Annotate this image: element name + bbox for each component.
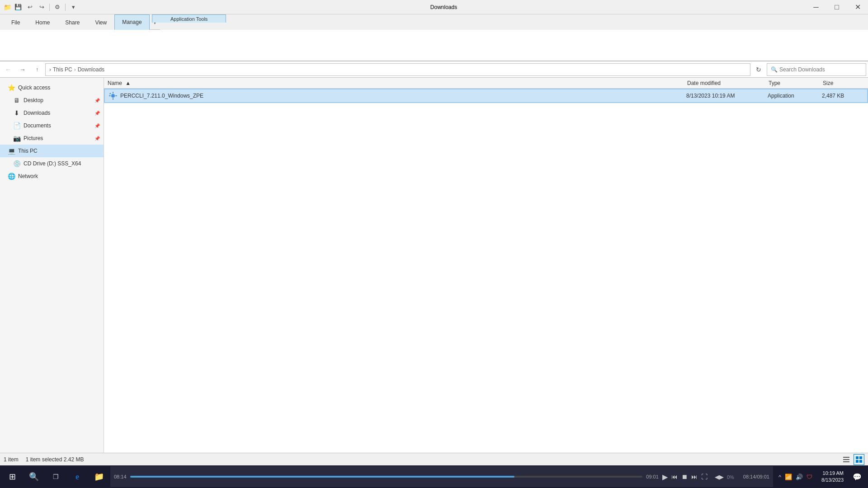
col-date[interactable]: Date modified — [685, 80, 767, 86]
tab-file[interactable]: File — [4, 14, 28, 30]
stop-button[interactable]: ⏹ — [681, 473, 688, 480]
search-taskbar-button[interactable]: 🔍 — [24, 466, 44, 487]
sidebar-label-quick-access: Quick access — [18, 84, 50, 91]
file-icon — [108, 91, 118, 100]
search-box[interactable]: 🔍 — [767, 63, 866, 76]
sidebar-item-network[interactable]: 🌐 Network — [0, 170, 104, 183]
tab-manage[interactable]: Manage — [114, 14, 149, 30]
volume-percent: 0% — [727, 474, 734, 480]
sidebar-label-this-pc: This PC — [18, 148, 38, 154]
media-progress-bar[interactable] — [130, 476, 643, 478]
sidebar-item-this-pc[interactable]: 💻 This PC — [0, 145, 104, 157]
selection-info: 1 item selected 2.42 MB — [26, 456, 84, 463]
content-area: Name ▲ Date modified Type Size — [104, 78, 868, 453]
volume-button[interactable]: ◀▶ — [715, 474, 724, 480]
sidebar-label-downloads: Downloads — [24, 110, 50, 116]
pin-icon-pictures: 📌 — [94, 136, 100, 141]
col-type[interactable]: Type — [767, 80, 821, 86]
notification-icon: 💬 — [853, 473, 862, 481]
start-button[interactable]: ⊞ — [2, 466, 23, 487]
forward-button[interactable]: → — [16, 63, 29, 76]
breadcrumb-arrow: › — [49, 66, 51, 73]
svg-rect-5 — [109, 93, 111, 94]
sidebar-label-desktop: Desktop — [24, 97, 43, 103]
svg-rect-8 — [843, 461, 849, 462]
media-current-time: 08:14/09:01 — [743, 474, 769, 479]
address-bar: ← → ↑ › This PC › Downloads ↻ 🔍 — [0, 61, 868, 78]
svg-rect-12 — [859, 460, 862, 463]
sort-icon: ▲ — [125, 80, 131, 86]
tab-home[interactable]: Home — [28, 14, 57, 30]
media-controls: ▶ ⏮ ⏹ ⏭ ⛶ — [662, 473, 708, 481]
tray-security-icon[interactable]: 🛡 — [806, 473, 813, 481]
sidebar-item-cd-drive[interactable]: 💿 CD Drive (D:) SSS_X64 — [0, 157, 104, 170]
col-size[interactable]: Size — [821, 80, 866, 86]
tray-expand-icon[interactable]: ^ — [778, 473, 782, 481]
tray-volume-icon[interactable]: 🔊 — [795, 473, 804, 481]
task-view-button[interactable]: ❐ — [45, 466, 66, 487]
explorer-button[interactable]: 📁 — [89, 466, 109, 487]
taskbar-search-icon: 🔍 — [29, 472, 39, 482]
explorer-icon: 📁 — [94, 472, 104, 482]
tab-share[interactable]: Share — [57, 14, 87, 30]
view-controls — [841, 454, 864, 465]
file-list-header: Name ▲ Date modified Type Size — [104, 78, 868, 89]
svg-rect-11 — [856, 460, 859, 463]
main-layout: ⭐ Quick access 🖥 Desktop 📌 ⬇ Downloads 📌… — [0, 78, 868, 453]
minimize-button[interactable]: ─ — [806, 0, 826, 14]
taskbar: ⊞ 🔍 ❐ e 📁 08:14 09:01 ▶ ⏮ ⏹ ⏭ ⛶ ◀▶ 0% 08… — [0, 465, 868, 488]
quick-access-icon: ⭐ — [7, 84, 15, 91]
ribbon-content — [0, 30, 868, 61]
sidebar-item-pictures[interactable]: 📷 Pictures 📌 — [0, 132, 104, 145]
sidebar-item-quick-access[interactable]: ⭐ Quick access — [0, 81, 104, 94]
start-icon: ⊞ — [9, 472, 16, 482]
sidebar-item-desktop[interactable]: 🖥 Desktop 📌 — [0, 94, 104, 107]
sidebar-item-documents[interactable]: 📄 Documents 📌 — [0, 119, 104, 132]
pin-icon-documents: 📌 — [94, 123, 100, 128]
task-view-icon: ❐ — [53, 473, 59, 480]
search-input[interactable] — [779, 66, 862, 73]
ie-button[interactable]: e — [67, 466, 88, 487]
address-path[interactable]: › This PC › Downloads — [45, 63, 750, 76]
close-button[interactable]: ✕ — [847, 0, 868, 14]
tab-view[interactable]: View — [87, 14, 114, 30]
downloads-icon: ⬇ — [13, 109, 21, 117]
back-button[interactable]: ← — [2, 63, 14, 76]
ie-icon: e — [75, 472, 79, 482]
breadcrumb-downloads[interactable]: Downloads — [78, 66, 104, 73]
large-icons-view-icon — [855, 456, 863, 463]
pin-icon-desktop: 📌 — [94, 98, 100, 103]
breadcrumb-this-pc[interactable]: This PC — [53, 66, 72, 73]
sidebar-label-cd-drive: CD Drive (D:) SSS_X64 — [24, 160, 81, 167]
col-name[interactable]: Name ▲ — [106, 80, 685, 86]
media-time-start: 08:14 — [114, 474, 127, 479]
up-button[interactable]: ↑ — [31, 63, 43, 76]
file-size: 2,487 KB — [820, 93, 865, 99]
notification-button[interactable]: 💬 — [848, 466, 866, 487]
fullscreen-button[interactable]: ⛶ — [701, 473, 708, 480]
next-button[interactable]: ⏭ — [691, 473, 698, 480]
media-player: 08:14 09:01 ▶ ⏮ ⏹ ⏭ ⛶ ◀▶ 0% 08:14/09:01 — [110, 466, 773, 487]
prev-button[interactable]: ⏮ — [671, 473, 678, 480]
details-view-icon — [843, 456, 850, 463]
media-time-end: 09:01 — [646, 474, 659, 479]
clock-time: 10:19 AM — [821, 470, 844, 477]
taskbar-clock[interactable]: 10:19 AM 8/13/2023 — [818, 470, 847, 484]
desktop-icon: 🖥 — [13, 97, 21, 104]
details-view-button[interactable] — [841, 454, 852, 465]
play-button[interactable]: ▶ — [662, 473, 668, 481]
svg-rect-2 — [113, 98, 113, 100]
maximize-button[interactable]: □ — [826, 0, 847, 14]
large-icons-view-button[interactable] — [854, 454, 864, 465]
manage-group-label: Application Tools — [152, 14, 226, 23]
sidebar-item-downloads[interactable]: ⬇ Downloads 📌 — [0, 107, 104, 119]
refresh-button[interactable]: ↻ — [752, 63, 765, 76]
svg-rect-9 — [856, 456, 859, 459]
sidebar-label-documents: Documents — [24, 122, 51, 129]
sidebar-label-pictures: Pictures — [24, 135, 43, 141]
media-progress-fill — [130, 476, 514, 478]
svg-rect-10 — [859, 456, 862, 459]
file-name: PERCCLI_7.211.0_Windows_ZPE — [107, 91, 684, 100]
tray-network-icon[interactable]: 📶 — [784, 473, 793, 481]
table-row[interactable]: PERCCLI_7.211.0_Windows_ZPE 8/13/2023 10… — [104, 89, 868, 103]
